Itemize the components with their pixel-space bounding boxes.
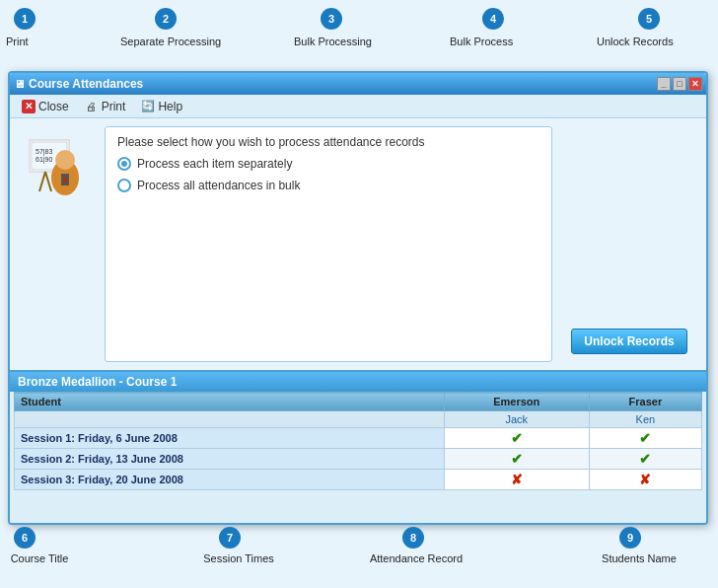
callout-9: 9 [619,527,641,549]
svg-line-4 [39,172,45,191]
course-table-wrap[interactable]: Student Emerson Fraser Jack Ken Session … [10,392,706,523]
table-row: Session 1: Friday, 6 June 2008 ✔ ✔ [15,428,702,449]
callout-label-1: Print [6,36,29,47]
course-title-bar: Bronze Medallion - Course 1 [10,372,706,392]
callout-label-2: Separate Processing [120,36,221,47]
callout-label-5: Unlock Records [597,36,674,47]
callout-label-6: Course Title [0,552,79,564]
subhead-emerson: Jack [444,411,589,428]
minimize-button[interactable]: _ [657,77,671,91]
menu-help[interactable]: 🔄 Help [135,98,188,115]
print-menu-icon: 🖨 [85,100,99,113]
col-student: Student [15,393,445,411]
maximize-button[interactable]: □ [673,77,686,91]
svg-line-5 [45,172,51,191]
menu-print[interactable]: 🖨 Print [79,98,132,115]
radio-2-label: Process all attendances in bulk [137,179,300,192]
title-bar: 🖥 Course Attendances _ □ ✕ [10,73,706,95]
subhead-student [15,411,445,428]
session-2-label: Session 2: Friday, 13 June 2008 [15,449,445,470]
avatar-area: 57|83 61|90 [18,126,97,362]
callout-label-7: Session Times [194,552,283,564]
radio-option-1[interactable]: Process each item separately [117,157,539,171]
session-1-emerson: ✔ [444,428,589,449]
callout-2: 2 [155,8,177,30]
callout-label-9: Students Name [590,552,688,564]
callout-8: 8 [402,527,424,549]
radio-1-circle [117,157,131,171]
callout-5: 5 [638,8,660,30]
unlock-records-button[interactable]: Unlock Records [571,329,686,354]
col-fraser: Fraser [589,393,701,411]
session-3-label: Session 3: Friday, 20 June 2008 [15,470,445,490]
callout-label-4: Bulk Process [450,36,513,47]
radio-1-label: Process each item separately [137,157,292,171]
window-title: Course Attendances [29,77,143,91]
callout-4: 4 [482,8,504,30]
table-row: Session 2: Friday, 13 June 2008 ✔ ✔ [15,449,702,470]
session-2-emerson: ✔ [444,449,589,470]
callout-3: 3 [321,8,342,30]
callout-7: 7 [219,527,241,549]
main-window: 🖥 Course Attendances _ □ ✕ ✕ Close 🖨 Pri… [8,71,708,525]
session-3-emerson: ✘ [444,470,589,490]
session-3-fraser: ✘ [589,470,701,490]
radio-2-circle [117,179,131,192]
col-emerson: Emerson [444,393,589,411]
options-title: Please select how you wish to process at… [117,135,539,149]
session-2-fraser: ✔ [589,449,701,470]
callout-label-8: Attendance Record [367,552,466,564]
table-row: Session 3: Friday, 20 June 2008 ✘ ✘ [15,470,702,490]
menu-close[interactable]: ✕ Close [16,98,75,115]
main-content: 57|83 61|90 Please select how you wish t… [10,118,706,370]
session-1-label: Session 1: Friday, 6 June 2008 [15,428,445,449]
svg-text:57|83: 57|83 [36,148,52,156]
callout-6: 6 [14,527,36,549]
session-1-fraser: ✔ [589,428,701,449]
course-section: Bronze Medallion - Course 1 Student Emer… [10,370,706,523]
options-box: Please select how you wish to process at… [105,126,552,362]
callout-label-3: Bulk Processing [294,36,372,47]
close-menu-icon: ✕ [22,100,36,113]
unlock-area: Unlock Records [560,126,698,362]
close-button[interactable]: ✕ [688,77,702,91]
help-menu-icon: 🔄 [141,100,155,113]
svg-point-7 [55,150,75,170]
radio-option-2[interactable]: Process all attendances in bulk [117,179,539,192]
subhead-fraser: Ken [589,411,701,428]
avatar-image: 57|83 61|90 [22,130,93,209]
svg-text:61|90: 61|90 [36,156,52,164]
menu-bar: ✕ Close 🖨 Print 🔄 Help [10,95,706,118]
attendance-table: Student Emerson Fraser Jack Ken Session … [14,392,702,490]
callout-1: 1 [14,8,36,30]
